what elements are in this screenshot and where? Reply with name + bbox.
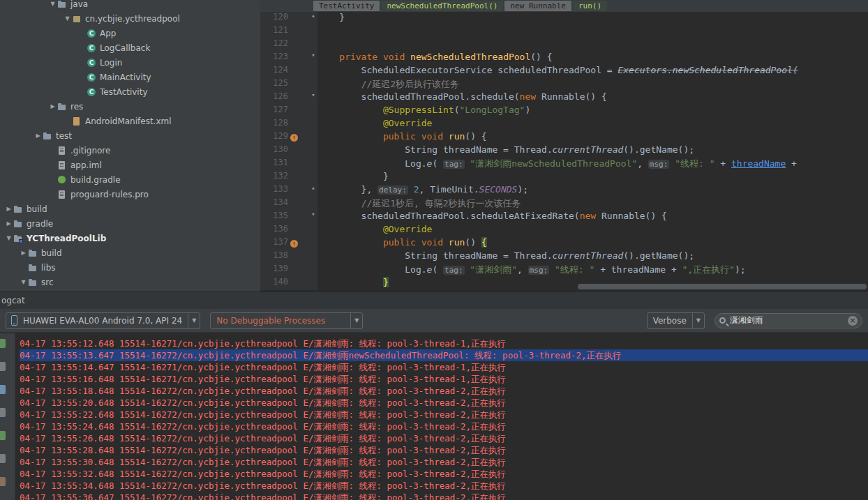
code-line-129[interactable]: 129↑ public void run() {: [260, 131, 868, 144]
line-number[interactable]: 124: [260, 65, 288, 78]
line-number[interactable]: 125: [260, 78, 288, 91]
code-text[interactable]: }: [317, 277, 389, 290]
log-row[interactable]: 04-17 13:55:20.648 15514-16272/cn.ycbjie…: [20, 397, 868, 409]
code-text[interactable]: public void run() {: [317, 131, 487, 144]
breadcrumb-item-newscheduledthreadpool[interactable]: newScheduledThreadPool(): [381, 1, 503, 11]
tree-item-res[interactable]: ▶res: [0, 99, 260, 114]
line-number[interactable]: 126: [260, 91, 288, 105]
code-line-131[interactable]: 131 Log.e( tag: "潇湘剑雨newScheduledThreadP…: [260, 158, 868, 171]
code-text[interactable]: private void newScheduledThreadPool() {: [317, 52, 553, 65]
logcat-toolbar-icon-1[interactable]: [0, 339, 6, 348]
tree-item-build[interactable]: ▶build: [0, 202, 260, 216]
code-text[interactable]: String threadName = Thread.currentThread…: [317, 144, 694, 158]
fold-marker-icon[interactable]: ▾: [309, 91, 317, 105]
tree-item-login[interactable]: Login: [0, 55, 260, 70]
tree-item-libs[interactable]: libs: [0, 260, 260, 275]
line-number[interactable]: 128: [260, 118, 288, 131]
log-row[interactable]: 04-17 13:55:22.648 15514-16272/cn.ycbjie…: [20, 409, 868, 421]
code-text[interactable]: @Override: [317, 118, 432, 131]
code-text[interactable]: scheduledThreadPool.scheduleAtFixedRate(…: [317, 211, 667, 224]
tree-item-src[interactable]: ▼src: [0, 275, 260, 289]
chevron-down-icon[interactable]: ▼: [188, 313, 200, 328]
tree-item-ycthreadpoollib[interactable]: ▼YCThreadPoolLib: [0, 231, 260, 245]
code-line-124[interactable]: 124 ScheduledExecutorService scheduledTh…: [260, 65, 868, 78]
code-line-127[interactable]: 127 @SuppressLint("LongLogTag"): [260, 105, 868, 118]
line-number[interactable]: 132: [260, 171, 288, 184]
tree-item-gradle[interactable]: ▶gradle: [0, 216, 260, 231]
tree-item-app[interactable]: App: [0, 26, 260, 40]
code-line-130[interactable]: 130 String threadName = Thread.currentTh…: [260, 144, 868, 158]
code-line-120[interactable]: 120▴ }: [260, 12, 868, 25]
code-line-134[interactable]: 134 //延迟1秒后, 每隔2秒执行一次该任务: [260, 197, 868, 211]
log-row[interactable]: 04-17 13:55:34.648 15514-16272/cn.ycbjie…: [20, 480, 868, 492]
tree-item-java[interactable]: ▼java: [0, 0, 260, 11]
code-text[interactable]: Log.e( tag: "潇湘剑雨", msg: "线程: " + thread…: [317, 264, 746, 277]
clear-search-icon[interactable]: ×: [848, 316, 858, 326]
line-number[interactable]: 131: [260, 158, 288, 171]
tree-item-testactivity[interactable]: TestActivity: [0, 84, 260, 99]
line-number[interactable]: 136: [260, 224, 288, 237]
tree-item-gitignore[interactable]: .gitignore: [0, 143, 260, 158]
fold-marker-icon[interactable]: ▴: [309, 184, 317, 197]
code-text[interactable]: @Override: [317, 224, 432, 237]
expand-arrow-icon[interactable]: ▶: [4, 220, 13, 227]
logcat-tab-label[interactable]: ogcat: [1, 296, 25, 305]
code-line-138[interactable]: 138 String threadName = Thread.currentTh…: [260, 250, 868, 264]
line-number[interactable]: 127: [260, 105, 288, 118]
code-editor[interactable]: TestActivitynewScheduledThreadPool()new …: [260, 0, 868, 291]
code-text[interactable]: }: [317, 12, 345, 25]
log-row[interactable]: 04-17 13:55:14.647 15514-16271/cn.ycbjie…: [20, 361, 868, 373]
log-row[interactable]: 04-17 13:55:30.648 15514-16272/cn.ycbjie…: [20, 456, 868, 468]
expand-arrow-icon[interactable]: ▶: [4, 206, 13, 212]
log-row[interactable]: 04-17 13:55:26.648 15514-16272/cn.ycbjie…: [20, 432, 868, 444]
log-row[interactable]: 04-17 13:55:36.647 15514-16272/cn.ycbjie…: [20, 492, 868, 500]
code-line-122[interactable]: 122: [260, 38, 868, 52]
code-line-132[interactable]: 132 }: [260, 171, 868, 184]
code-text[interactable]: }: [317, 171, 389, 184]
process-selector[interactable]: No Debuggable Processes ▼: [210, 312, 363, 329]
expand-arrow-icon[interactable]: ▼: [48, 1, 57, 7]
expand-arrow-icon[interactable]: ▶: [19, 250, 28, 256]
tree-item-build[interactable]: ▶build: [0, 245, 260, 260]
code-line-121[interactable]: 121: [260, 25, 868, 38]
line-number[interactable]: 138: [260, 250, 288, 264]
code-line-135[interactable]: 135▾ scheduledThreadPool.scheduleAtFixed…: [260, 211, 868, 224]
line-number[interactable]: 123: [260, 52, 288, 65]
line-number[interactable]: 129: [260, 131, 288, 144]
device-selector[interactable]: HUAWEI EVA-AL00 Android 7.0, API 24 ▼: [6, 312, 200, 329]
code-line-133[interactable]: 133▴ }, delay: 2, TimeUnit.SECONDS);: [260, 184, 868, 197]
line-number[interactable]: 135: [260, 211, 288, 224]
logcat-toolbar-icon-2[interactable]: [0, 362, 6, 371]
logcat-toolbar-icon-6[interactable]: [0, 454, 6, 463]
tree-item-proguard-rules-pro[interactable]: proguard-rules.pro: [0, 187, 260, 202]
log-row[interactable]: 04-17 13:55:13.647 15514-16272/cn.ycbjie…: [20, 349, 868, 361]
line-number[interactable]: 140: [260, 277, 288, 290]
code-line-125[interactable]: 125 //延迟2秒后执行该任务: [260, 78, 868, 91]
log-row[interactable]: 04-17 13:55:18.648 15514-16272/cn.ycbjie…: [20, 385, 868, 397]
fold-marker-icon[interactable]: ▾: [309, 52, 317, 65]
override-method-icon[interactable]: ↑: [290, 240, 298, 248]
override-method-icon[interactable]: ↑: [290, 134, 298, 142]
log-row[interactable]: 04-17 13:55:12.648 15514-16271/cn.ycbjie…: [20, 338, 868, 349]
fold-marker-icon[interactable]: ▴: [309, 12, 317, 25]
code-text[interactable]: ScheduledExecutorService scheduledThread…: [317, 65, 798, 78]
code-text[interactable]: String threadName = Thread.currentThread…: [317, 250, 694, 264]
code-text[interactable]: scheduledThreadPool.schedule(new Runnabl…: [317, 91, 607, 105]
tree-item-cn-ycbjie-ycthreadpool[interactable]: ▼cn.ycbjie.ycthreadpool: [0, 11, 260, 26]
chevron-down-icon[interactable]: ▼: [350, 313, 362, 328]
code-text[interactable]: //延迟2秒后执行该任务: [317, 78, 459, 91]
log-row[interactable]: 04-17 13:55:16.648 15514-16271/cn.ycbjie…: [20, 373, 868, 385]
logcat-toolbar-icon-3[interactable]: [0, 385, 6, 394]
breadcrumb-item-run[interactable]: run(): [573, 1, 607, 11]
expand-arrow-icon[interactable]: ▼: [4, 235, 13, 241]
log-row[interactable]: 04-17 13:55:24.648 15514-16272/cn.ycbjie…: [20, 421, 868, 432]
log-row[interactable]: 04-17 13:55:28.648 15514-16272/cn.ycbjie…: [20, 444, 868, 456]
tree-item-logcallback[interactable]: LogCallback: [0, 40, 260, 55]
code-text[interactable]: Log.e( tag: "潇湘剑雨newScheduledThreadPool"…: [317, 158, 797, 171]
tree-item-app-iml[interactable]: app.iml: [0, 158, 260, 172]
breadcrumb-item-new-runnable[interactable]: new Runnable: [504, 1, 571, 11]
logcat-toolbar-icon-7[interactable]: [0, 477, 6, 486]
line-number[interactable]: 122: [260, 38, 288, 52]
expand-arrow-icon[interactable]: ▶: [33, 132, 43, 139]
code-text[interactable]: @SuppressLint("LongLogTag"): [317, 105, 530, 118]
